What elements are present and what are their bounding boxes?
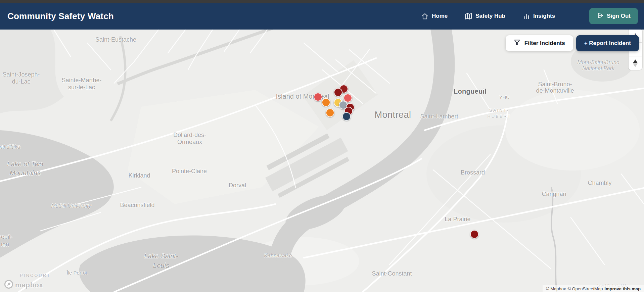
- incident-marker[interactable]: [322, 98, 330, 107]
- nav-item-safety-hub[interactable]: Safety Hub: [465, 13, 505, 20]
- nav-item-label: Safety Hub: [475, 13, 505, 19]
- main-nav: Home Safety Hub Insights Sign Out: [421, 8, 638, 24]
- map-icon: [465, 13, 472, 20]
- incident-marker[interactable]: [342, 112, 351, 121]
- basemap-graphic: [0, 30, 644, 292]
- nav-item-label: Home: [432, 13, 448, 19]
- sign-out-icon: [597, 12, 603, 20]
- nav-item-label: Insights: [533, 13, 555, 19]
- map-attribution: © Mapbox © OpenStreetMap Improve this ma…: [543, 285, 644, 292]
- app-window: Community Safety Watch Home Safety Hub I…: [0, 0, 644, 292]
- incident-marker[interactable]: [314, 93, 322, 101]
- incident-marker[interactable]: [470, 230, 479, 239]
- osm-attribution-link[interactable]: © OpenStreetMap: [567, 286, 603, 291]
- improve-map-link[interactable]: Improve this map: [604, 286, 641, 291]
- mapbox-logo[interactable]: mapbox: [4, 280, 43, 290]
- incident-marker[interactable]: [334, 88, 342, 97]
- map-canvas[interactable]: Saint-EustacheSaint-Joseph-du-LacSainte-…: [0, 30, 644, 292]
- bar-chart-icon: [523, 13, 530, 20]
- sign-out-label: Sign Out: [607, 13, 631, 19]
- home-icon: [421, 13, 428, 20]
- report-incident-label: + Report Incident: [584, 40, 631, 46]
- mapbox-attribution-link[interactable]: © Mapbox: [546, 286, 566, 291]
- filter-incidents-label: Filter Incidents: [524, 40, 565, 47]
- report-incident-button[interactable]: + Report Incident: [576, 35, 639, 51]
- page-title: Community Safety Watch: [7, 11, 114, 21]
- compass-button[interactable]: [629, 56, 642, 70]
- mapbox-wordmark: mapbox: [15, 281, 43, 289]
- window-top-strip: [0, 0, 644, 3]
- incident-marker[interactable]: [326, 108, 334, 117]
- mapbox-logo-icon: [4, 280, 13, 290]
- filter-incidents-button[interactable]: Filter Incidents: [506, 35, 573, 51]
- nav-item-home[interactable]: Home: [421, 13, 448, 20]
- header-bar: Community Safety Watch Home Safety Hub I…: [0, 3, 644, 30]
- compass-south-needle: [633, 63, 638, 67]
- compass-north-needle: [633, 59, 638, 63]
- filter-funnel-icon: [514, 39, 520, 47]
- sign-out-button[interactable]: Sign Out: [589, 8, 638, 24]
- map-action-buttons: Filter Incidents + Report Incident: [506, 35, 639, 51]
- nav-item-insights[interactable]: Insights: [523, 13, 555, 20]
